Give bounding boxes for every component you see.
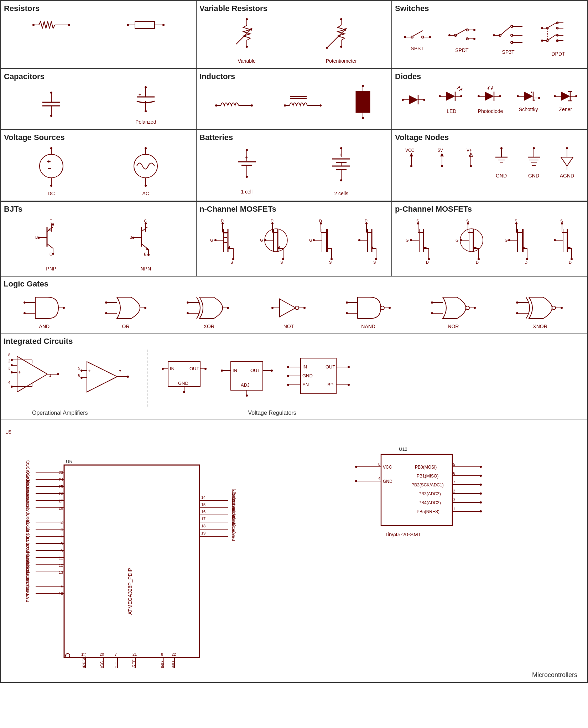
svg-point-352 [227, 307, 229, 309]
svg-point-370 [346, 312, 348, 314]
svg-text:G: G [260, 238, 263, 242]
bjts-title: BJTs [4, 205, 193, 214]
svg-text:16: 16 [201, 510, 205, 514]
svg-marker-130 [561, 92, 570, 101]
svg-text:+: + [88, 368, 91, 373]
nor-label: NOR [448, 324, 459, 329]
ac-label: AC [142, 191, 149, 196]
svg-text:1: 1 [81, 652, 83, 656]
svg-text:19: 19 [201, 531, 205, 535]
svg-text:S: S [466, 219, 469, 223]
svg-point-426 [183, 391, 185, 393]
svg-text:GND: GND [160, 661, 165, 668]
svg-point-155 [246, 176, 248, 178]
svg-marker-356 [280, 299, 296, 317]
svg-point-377 [431, 312, 433, 314]
svg-point-448 [287, 366, 289, 368]
nand-label: NAND [361, 324, 375, 329]
svg-point-277 [358, 239, 360, 241]
svg-text:+: + [18, 370, 21, 375]
svg-text:PB5(SCK): PB5(SCK) [231, 523, 236, 541]
svg-text:AREF: AREF [132, 659, 136, 668]
svg-text:PB0(MOSI): PB0(MOSI) [415, 465, 437, 470]
5v-symbol: 5V [435, 146, 449, 168]
svg-point-37 [448, 34, 451, 36]
svg-point-380 [552, 306, 556, 310]
atmega328-container: U5 PC0(ADC0) 23 PC1(ADC1) 24 PC2(AD [11, 437, 260, 670]
svg-marker-168 [410, 153, 413, 156]
svg-text:S: S [515, 219, 517, 223]
and-label: AND [39, 324, 50, 329]
switches-cell: Switches SPST [392, 1, 587, 68]
mcu-cell: U5 PC0(ADC0) 23 PC1(ADC1) 24 PC2(AD [1, 419, 587, 682]
dc-label: DC [48, 191, 55, 196]
svg-point-13 [246, 18, 248, 20]
svg-marker-95 [409, 95, 418, 104]
svg-point-332 [571, 258, 573, 260]
sp3t-label: SP3T [502, 49, 515, 55]
svg-point-342 [24, 312, 26, 314]
svg-point-28 [404, 36, 406, 38]
dpdt-label: DPDT [551, 51, 565, 57]
svg-text:+: + [47, 158, 51, 165]
gnd2-label: GND [528, 173, 539, 179]
svg-text:−: − [18, 362, 21, 368]
svg-text:PB3(ADC3): PB3(ADC3) [418, 491, 441, 496]
svg-point-449 [287, 375, 289, 377]
svg-text:6: 6 [78, 373, 80, 377]
ic-title: Integrated Circuits [4, 337, 584, 346]
svg-text:13: 13 [59, 570, 63, 574]
svg-point-182 [500, 147, 503, 149]
svg-text:26: 26 [59, 492, 63, 496]
svg-point-289 [417, 222, 419, 224]
svg-point-573 [480, 501, 482, 504]
svg-text:11: 11 [59, 556, 63, 560]
svg-text:S: S [373, 260, 376, 264]
svg-point-376 [431, 301, 433, 304]
svg-text:5V: 5V [438, 148, 443, 153]
svg-text:PC5(ADC5/SCL): PC5(ADC5/SCL) [26, 487, 30, 517]
svg-text:E: E [50, 219, 52, 223]
svg-text:5: 5 [453, 462, 455, 466]
resistors-cell: Resistors [1, 1, 196, 68]
svg-point-263 [331, 258, 333, 260]
mcu-label: Microcontrollers [532, 671, 577, 678]
diode-symbol [401, 91, 426, 109]
svg-text:S: S [416, 219, 419, 223]
svg-text:28: 28 [59, 506, 63, 510]
svg-text:6: 6 [453, 471, 455, 475]
voltage-sources-title: Voltage Sources [4, 133, 193, 142]
svg-point-71 [50, 92, 52, 94]
svg-point-165 [340, 179, 342, 181]
svg-text:7: 7 [453, 480, 455, 484]
svg-text:G: G [456, 238, 459, 242]
svg-point-128 [538, 97, 540, 99]
svg-point-38 [473, 29, 475, 31]
svg-text:VCC: VCC [405, 148, 415, 153]
vreg-label: Voltage Regulators [248, 410, 296, 416]
not-label: NOT [283, 324, 294, 329]
nor-gate-symbol [430, 294, 477, 322]
iron-inductor-symbol [283, 89, 322, 114]
svg-marker-105 [458, 86, 460, 88]
svg-point-354 [187, 312, 189, 314]
svg-point-87 [284, 104, 286, 107]
vreg2-symbol: IN OUT ADJ [220, 351, 274, 397]
svg-point-383 [516, 301, 518, 304]
svg-line-198 [47, 227, 53, 232]
svg-point-572 [480, 492, 482, 495]
svg-rect-90 [356, 91, 370, 113]
gnd-symbol [493, 146, 510, 171]
ferrite-inductor-symbol [352, 84, 374, 120]
inductors-cell: Inductors [196, 69, 392, 129]
svg-text:21: 21 [132, 652, 137, 656]
spdt-symbol [448, 21, 476, 46]
svg-text:D: D [525, 260, 527, 264]
svg-point-382 [561, 307, 563, 309]
batteries-cell: Batteries + 1 cell [196, 130, 392, 201]
vplus-symbol: V+ [464, 146, 478, 168]
svg-text:7: 7 [119, 370, 121, 374]
potentiometer-symbol [325, 17, 357, 57]
battery-2cell-label: 2 cells [334, 191, 348, 196]
svg-text:27: 27 [59, 499, 63, 503]
